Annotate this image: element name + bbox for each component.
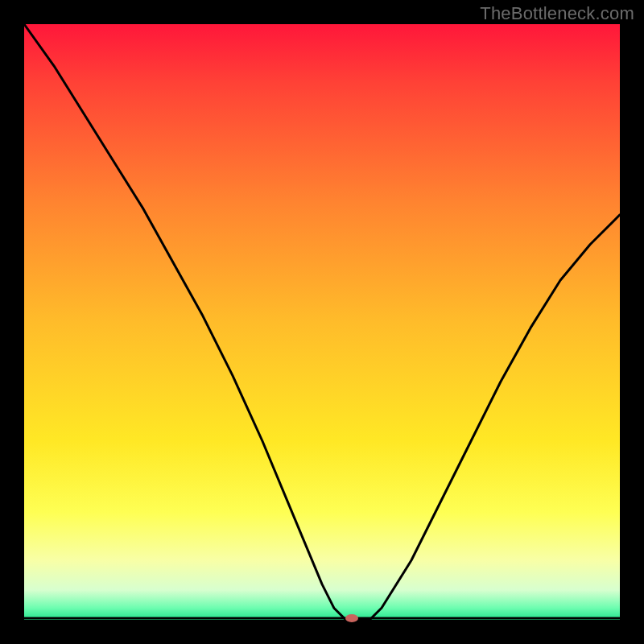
chart-svg [24, 24, 620, 620]
min-marker [345, 614, 358, 622]
watermark-text: TheBottleneck.com [480, 3, 634, 24]
plot-area [24, 24, 620, 620]
chart-frame: TheBottleneck.com [0, 0, 644, 644]
bottleneck-curve [24, 24, 620, 620]
